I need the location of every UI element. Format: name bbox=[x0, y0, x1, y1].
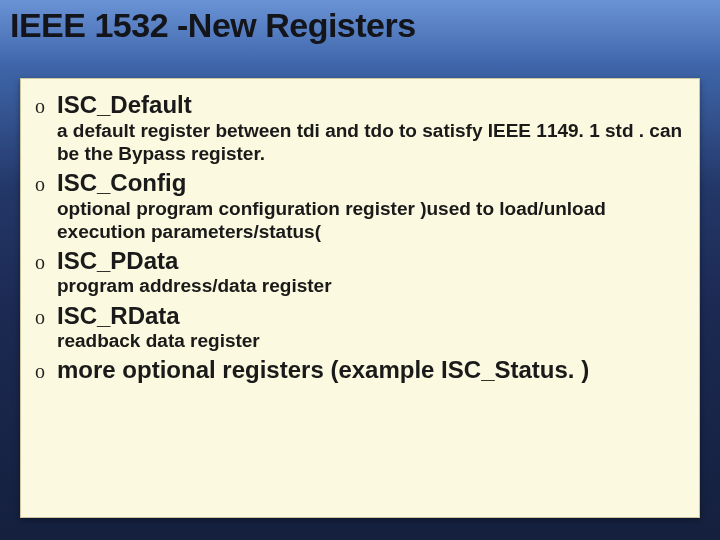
item-desc: program address/data register bbox=[57, 274, 687, 297]
bullet-icon: o bbox=[35, 360, 57, 383]
item-desc: readback data register bbox=[57, 329, 687, 352]
item-term: ISC_PData bbox=[57, 247, 178, 275]
item-header: o ISC_Default bbox=[35, 91, 687, 119]
list-item: o ISC_Default a default register between… bbox=[35, 91, 687, 165]
bullet-icon: o bbox=[35, 173, 57, 196]
content-box: o ISC_Default a default register between… bbox=[20, 78, 700, 518]
item-header: o more optional registers (example ISC_S… bbox=[35, 356, 687, 384]
bullet-icon: o bbox=[35, 95, 57, 118]
item-desc: a default register between tdi and tdo t… bbox=[57, 119, 687, 165]
list-item: o ISC_PData program address/data registe… bbox=[35, 247, 687, 298]
list-item: o ISC_RData readback data register bbox=[35, 302, 687, 353]
item-term: more optional registers (example ISC_Sta… bbox=[57, 356, 589, 384]
item-desc: optional program configuration register … bbox=[57, 197, 687, 243]
item-header: o ISC_Config bbox=[35, 169, 687, 197]
bullet-icon: o bbox=[35, 251, 57, 274]
bullet-icon: o bbox=[35, 306, 57, 329]
slide: IEEE 1532 -New Registers o ISC_Default a… bbox=[0, 0, 720, 540]
item-term: ISC_Default bbox=[57, 91, 192, 119]
item-header: o ISC_PData bbox=[35, 247, 687, 275]
page-title: IEEE 1532 -New Registers bbox=[10, 6, 416, 45]
item-term: ISC_RData bbox=[57, 302, 180, 330]
list-item: o more optional registers (example ISC_S… bbox=[35, 356, 687, 384]
list-item: o ISC_Config optional program configurat… bbox=[35, 169, 687, 243]
item-term: ISC_Config bbox=[57, 169, 186, 197]
item-header: o ISC_RData bbox=[35, 302, 687, 330]
